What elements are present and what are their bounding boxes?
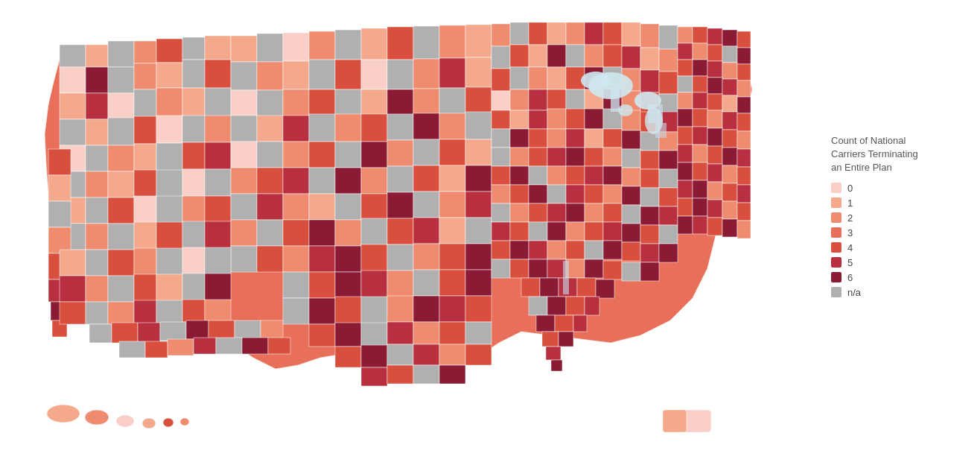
legend-item: 6 [831, 272, 965, 283]
svg-rect-382 [387, 365, 413, 384]
svg-rect-204 [603, 148, 622, 166]
svg-rect-190 [283, 168, 309, 194]
svg-rect-359 [551, 360, 562, 371]
svg-rect-351 [566, 297, 585, 315]
svg-rect-166 [491, 129, 510, 148]
svg-rect-242 [707, 164, 722, 182]
legend-item: 1 [831, 197, 965, 209]
svg-rect-311 [510, 222, 529, 241]
svg-rect-331 [603, 241, 622, 259]
svg-rect-368 [309, 324, 335, 347]
svg-rect-96 [737, 31, 751, 48]
svg-rect-280 [309, 246, 335, 272]
legend-swatch [831, 197, 841, 208]
svg-rect-83 [510, 89, 529, 110]
svg-rect-348 [596, 279, 614, 298]
legend-label: 5 [847, 257, 853, 268]
svg-rect-360 [283, 298, 309, 324]
svg-rect-186 [182, 169, 205, 196]
svg-rect-277 [231, 246, 257, 272]
svg-rect-68 [603, 45, 622, 67]
svg-rect-329 [566, 241, 585, 259]
svg-rect-247 [108, 224, 134, 250]
svg-rect-325 [491, 241, 510, 259]
svg-rect-163 [413, 139, 439, 165]
svg-rect-154 [182, 142, 205, 169]
legend-label: n/a [847, 287, 861, 298]
svg-rect-296 [659, 206, 678, 225]
legend-label: 2 [847, 212, 853, 224]
svg-rect-198 [491, 148, 510, 166]
svg-rect-369 [335, 323, 361, 347]
svg-rect-303 [309, 272, 335, 298]
svg-rect-398 [182, 247, 205, 274]
svg-rect-291 [566, 203, 585, 222]
svg-rect-215 [108, 197, 134, 224]
svg-rect-415 [112, 323, 138, 343]
svg-rect-4 [134, 41, 156, 63]
legend-label: 3 [847, 227, 853, 238]
svg-rect-117 [60, 119, 86, 145]
svg-rect-304 [335, 272, 361, 298]
svg-rect-42 [231, 90, 257, 118]
svg-rect-210 [707, 146, 722, 164]
svg-rect-313 [547, 222, 566, 241]
svg-rect-283 [387, 244, 413, 271]
svg-rect-132 [439, 113, 465, 139]
svg-rect-67 [585, 45, 603, 67]
svg-rect-225 [361, 194, 387, 220]
svg-rect-183 [108, 171, 134, 197]
svg-rect-30 [439, 25, 465, 58]
svg-rect-288 [510, 203, 529, 222]
svg-rect-257 [361, 218, 387, 246]
svg-rect-260 [439, 218, 465, 244]
svg-rect-144 [678, 109, 693, 127]
svg-rect-150 [86, 145, 108, 171]
svg-rect-370 [361, 323, 387, 347]
svg-rect-400 [60, 276, 86, 302]
svg-rect-305 [361, 271, 387, 298]
svg-rect-226 [387, 192, 413, 218]
svg-rect-385 [48, 149, 71, 175]
svg-rect-152 [134, 144, 156, 171]
svg-rect-302 [283, 272, 309, 298]
svg-rect-221 [257, 194, 283, 220]
svg-rect-324 [737, 221, 751, 238]
svg-rect-27 [361, 28, 387, 60]
svg-rect-46 [335, 89, 361, 118]
svg-rect-377 [387, 344, 413, 365]
svg-rect-59 [622, 22, 640, 46]
svg-rect-228 [439, 192, 465, 218]
svg-rect-263 [510, 185, 529, 203]
svg-rect-119 [108, 118, 134, 145]
svg-rect-122 [182, 116, 205, 142]
svg-rect-99 [707, 45, 722, 61]
svg-rect-159 [309, 142, 335, 168]
svg-rect-191 [309, 168, 335, 194]
svg-point-429 [47, 405, 80, 423]
svg-rect-55 [547, 22, 566, 45]
svg-rect-177 [693, 127, 707, 145]
svg-rect-61 [659, 25, 678, 49]
svg-rect-17 [108, 93, 134, 119]
svg-rect-180 [737, 131, 751, 149]
svg-rect-74 [529, 67, 547, 89]
svg-rect-135 [510, 110, 529, 129]
svg-rect-268 [603, 185, 622, 203]
svg-rect-422 [119, 341, 145, 358]
svg-rect-310 [491, 222, 510, 241]
svg-rect-238 [640, 169, 659, 188]
svg-rect-92 [678, 27, 693, 43]
svg-rect-347 [577, 278, 596, 297]
svg-rect-261 [465, 218, 491, 244]
svg-rect-85 [547, 89, 566, 110]
svg-rect-179 [722, 130, 737, 148]
svg-rect-29 [413, 26, 439, 59]
legend-swatch [831, 242, 841, 253]
svg-rect-436 [663, 410, 687, 432]
svg-rect-394 [86, 250, 108, 276]
svg-rect-23 [257, 34, 283, 62]
svg-rect-100 [722, 46, 737, 63]
svg-rect-75 [547, 67, 566, 89]
svg-rect-114 [707, 94, 722, 110]
